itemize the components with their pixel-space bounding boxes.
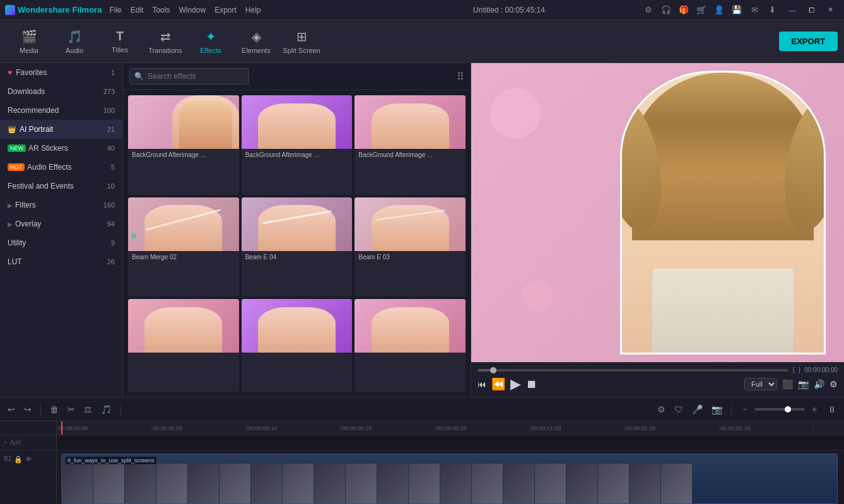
toolbar-transitions[interactable]: ⇄ Transitions [143,23,188,61]
settings-icon[interactable]: ⚙ [642,4,655,16]
effects-sidebar: ♥ Favorites 1 Downloads 273 Recommended … [0,63,123,397]
timeline-adjust-button[interactable]: ⚖ [81,402,95,417]
preview-stop-button[interactable]: ⏹ [526,378,537,391]
effects-search-input[interactable] [129,68,249,85]
download-icon[interactable]: ⬇ [766,4,778,16]
ruler-corner [0,421,56,435]
sidebar-item-recommended[interactable]: Recommended 100 [0,101,122,120]
effect-item-7[interactable]: 👑 [128,299,239,392]
timeline-cut-button[interactable]: ✂ [65,402,78,417]
zoom-thumb [785,406,791,413]
toolbar-audio[interactable]: 🎵 Audio [52,23,97,61]
sidebar-item-ai-portrait[interactable]: 👑 AI Portrait 21 [0,120,122,139]
zoom-in-button[interactable]: ＋ [807,401,821,418]
thumb-14 [472,464,503,504]
zoom-slider[interactable] [754,408,805,411]
toolbar-media[interactable]: 🎬 Media [6,23,52,61]
menu-file[interactable]: File [109,6,121,15]
lock-icon-v1[interactable]: 🔒 [14,455,23,464]
sidebar-item-festival-events[interactable]: Festival and Events 10 [0,177,122,196]
sidebar-label-utility: Utility [8,238,111,247]
thumb-20 [661,464,693,504]
sidebar-item-utility[interactable]: Utility 9 [0,233,122,252]
timeline-marker-button[interactable]: 🛡 [672,402,686,417]
timeline-undo-button[interactable]: ↩ [5,402,18,417]
menu-window[interactable]: Window [179,6,206,15]
toolbar-titles[interactable]: T Titles [97,23,143,61]
toolbar-splitscreen[interactable]: ⊞ Split Screen [279,23,324,61]
audio-label: Audio [66,47,83,54]
present-icon[interactable]: 🛒 [695,4,708,16]
timeline-camera-button[interactable]: 📷 [709,402,725,417]
toolbar-effects[interactable]: ✦ Effects [188,23,233,61]
menu-export[interactable]: Export [214,6,237,15]
sidebar-item-overlay[interactable]: ▶ Overlay 94 [0,214,122,233]
effect-item-6[interactable]: 👑 Beam E 03 [355,197,466,297]
person-skin [622,73,824,353]
thumb-7 [251,464,283,504]
preview-audio-button[interactable]: 🔊 [814,379,824,389]
effect-item-3[interactable]: 👑 BackGround Afterimage ... [355,95,466,195]
preview-progress-bar[interactable] [478,369,788,372]
preview-fullscreen-button[interactable]: ⬛ [782,379,793,389]
sidebar-item-downloads[interactable]: Downloads 273 [0,82,122,101]
menu-tools[interactable]: Tools [152,6,170,15]
preview-settings-button[interactable]: ⚙ [829,379,838,389]
grid-toggle-icon[interactable]: ⠿ [457,71,464,83]
crown-icon: 👑 [8,126,16,134]
thumb-16 [535,464,566,504]
effect-item-8[interactable]: 👑 [242,299,353,392]
preview-quality-select[interactable]: Full 1/2 1/4 [744,378,777,390]
minimize-button[interactable]: — [783,3,801,17]
timeline-delete-button[interactable]: 🗑 [47,402,61,417]
preview-screenshot-button[interactable]: 📷 [798,379,809,389]
video-clip[interactable]: 8_fun_ways_to_use_split_screens [61,454,838,504]
sidebar-label-downloads: Downloads [8,87,103,96]
menu-edit[interactable]: Edit [131,6,144,15]
zoom-out-button[interactable]: － [738,401,752,418]
effect-item-4[interactable]: 👑 Beam Merge 02 [128,197,239,297]
effect-label-6: Beam E 03 [355,251,466,263]
effect-item-5[interactable]: 👑 Beam E 04 [242,197,353,297]
sidebar-count-downloads: 273 [103,88,115,95]
effect-item-9[interactable]: 👑 [355,299,466,392]
preview-frame-back-button[interactable]: ⏪ [491,377,505,391]
effect-thumb-1: 👑 [128,95,239,149]
sidebar-item-ar-stickers[interactable]: NEW AR Stickers 40 [0,139,122,158]
preview-step-back-button[interactable]: ⏮ [478,379,486,389]
ruler-label-4: 00:00:00:20 [435,425,467,431]
timeline-redo-button[interactable]: ↪ [21,402,34,417]
timeline-mic-button[interactable]: 🎤 [689,402,705,417]
export-button[interactable]: EXPORT [779,32,838,51]
sidebar-item-lut[interactable]: LUT 26 [0,252,122,271]
timeline-fit-button[interactable]: ⏸ [825,402,839,417]
playhead[interactable] [61,421,62,435]
gift-icon[interactable]: 🎁 [677,4,690,16]
track-v2 [57,435,844,450]
eye-icon-v1[interactable]: 👁 [25,455,32,464]
preview-buttons: ⏮ ⏪ ▶ ⏹ Full 1/2 1/4 ⬛ 📷 🔊 ⚙ [478,376,838,392]
save-icon[interactable]: 💾 [730,4,743,16]
timeline-snap-button[interactable]: ⚙ [655,402,668,417]
effect-item-1[interactable]: 👑 BackGround Afterimage ... [128,95,239,195]
splitscreen-icon: ⊞ [296,29,307,44]
toolbar-elements[interactable]: ◈ Elements [233,23,279,61]
sidebar-item-audio-effects[interactable]: HOT Audio Effects 5 [0,158,122,177]
headphone-icon[interactable]: 🎧 [660,4,672,16]
deco-circle-2 [522,280,553,312]
preview-time: 00:00:00:00 [804,366,838,373]
close-button[interactable]: ✕ [821,3,839,17]
preview-play-button[interactable]: ▶ [510,376,521,392]
add-track-icon[interactable]: + [4,439,8,446]
sidebar-item-filters[interactable]: ▶ Filters 160 [0,196,122,214]
mail-icon[interactable]: ✉ [748,4,761,16]
timeline-audio-button[interactable]: 🎵 [98,402,114,417]
maximize-button[interactable]: ⧠ [802,3,820,17]
timeline-tracks: 8_fun_ways_to_use_split_screens [57,435,844,504]
sidebar-item-favorites[interactable]: ♥ Favorites 1 [0,63,122,82]
effect-item-2[interactable]: 👑 BackGround Afterimage ... [242,95,353,195]
sidebar-count-audio-effects: 5 [111,163,115,171]
menu-help[interactable]: Help [245,6,261,15]
user-icon[interactable]: 👤 [713,4,725,16]
ruler-label-2: 00:00:00:10 [246,425,278,431]
